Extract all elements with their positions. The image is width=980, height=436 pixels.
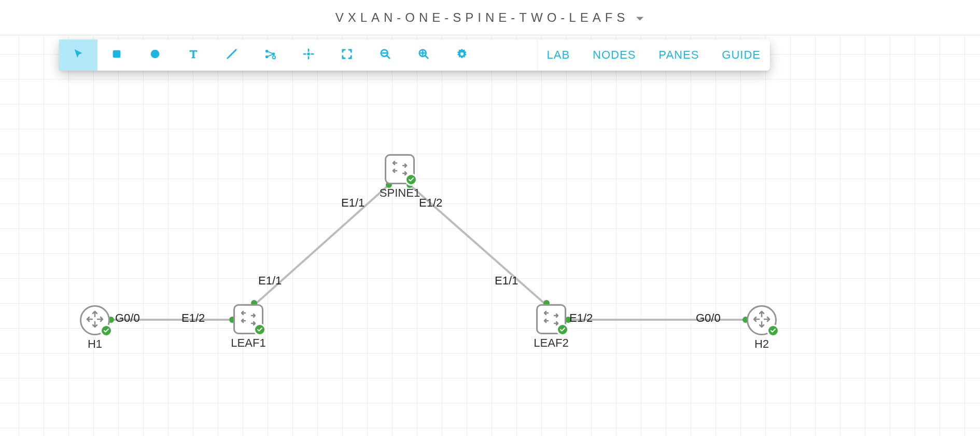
target-icon (303, 48, 314, 62)
toolbar-tabs: LAB NODES PANES GUIDE (537, 39, 770, 71)
node-spine1[interactable]: SPINE1 (385, 154, 415, 184)
tab-nodes[interactable]: NODES (593, 48, 636, 62)
interface-label: G0/0 (696, 311, 721, 324)
link-tool-button[interactable] (251, 39, 289, 71)
tab-panes[interactable]: PANES (659, 48, 699, 62)
interface-label: E1/2 (569, 311, 593, 324)
text-tool-button[interactable] (174, 39, 213, 71)
fit-view-icon (341, 48, 353, 62)
svg-rect-0 (113, 50, 121, 58)
node-label: LEAF1 (231, 336, 265, 350)
interface-label: E1/2 (181, 311, 205, 324)
title-bar: VXLAN-ONE-SPINE-TWO-LEAFS (0, 0, 980, 35)
interface-label: G0/0 (115, 311, 140, 324)
tab-guide[interactable]: GUIDE (722, 48, 761, 62)
tab-lab[interactable]: LAB (547, 48, 570, 62)
status-ok-icon (556, 323, 569, 336)
status-ok-icon (254, 323, 266, 336)
interface-label: E1/1 (495, 274, 518, 287)
zoom-in-icon (418, 48, 429, 62)
switch-icon (385, 154, 415, 184)
node-label: H2 (754, 337, 769, 351)
node-h2[interactable]: H2 (747, 305, 777, 335)
line-icon (226, 48, 237, 62)
status-ok-icon (767, 324, 779, 337)
toolbar: LAB NODES PANES GUIDE (59, 39, 770, 71)
node-leaf1[interactable]: LEAF1 (233, 304, 263, 334)
rectangle-tool-button[interactable] (97, 39, 136, 71)
ellipse-tool-button[interactable] (136, 39, 174, 71)
node-label: LEAF2 (534, 336, 568, 350)
topology-canvas[interactable]: LAB NODES PANES GUIDE E1/1 E1/2 E1/1 E1/… (0, 35, 980, 436)
node-h1[interactable]: H1 (80, 305, 110, 335)
node-label: SPINE1 (380, 186, 420, 200)
circle-icon (149, 48, 161, 62)
cursor-icon (73, 48, 84, 62)
link-nodes-icon (264, 48, 276, 62)
interface-label: E1/2 (419, 196, 442, 209)
zoom-in-button[interactable] (404, 39, 443, 71)
svg-point-6 (307, 52, 310, 56)
select-tool-button[interactable] (59, 39, 97, 71)
status-ok-icon (405, 173, 417, 186)
fit-view-button[interactable] (328, 39, 366, 71)
center-tool-button[interactable] (289, 39, 328, 71)
link-spine1-leaf1[interactable] (254, 185, 389, 305)
interface-label: E1/1 (341, 196, 365, 209)
square-icon (111, 48, 122, 62)
gear-icon (456, 48, 468, 62)
lab-title[interactable]: VXLAN-ONE-SPINE-TWO-LEAFS (335, 10, 629, 25)
zoom-out-icon (380, 48, 391, 62)
text-icon (188, 48, 199, 62)
zoom-out-button[interactable] (366, 39, 404, 71)
status-ok-icon (100, 324, 113, 337)
node-leaf2[interactable]: LEAF2 (536, 304, 566, 334)
interface-label: E1/1 (258, 274, 282, 287)
router-icon (747, 305, 777, 335)
router-icon (80, 305, 110, 335)
node-label: H1 (88, 337, 102, 351)
switch-icon (536, 304, 566, 334)
topology-svg: E1/1 E1/2 E1/1 E1/1 G0/0 E1/2 E1/2 G0/0 (0, 35, 980, 436)
line-tool-button[interactable] (213, 39, 251, 71)
settings-button[interactable] (443, 39, 481, 71)
tool-group (59, 39, 481, 71)
chevron-down-icon[interactable] (635, 10, 645, 25)
svg-point-1 (151, 50, 160, 59)
switch-icon (233, 304, 263, 334)
